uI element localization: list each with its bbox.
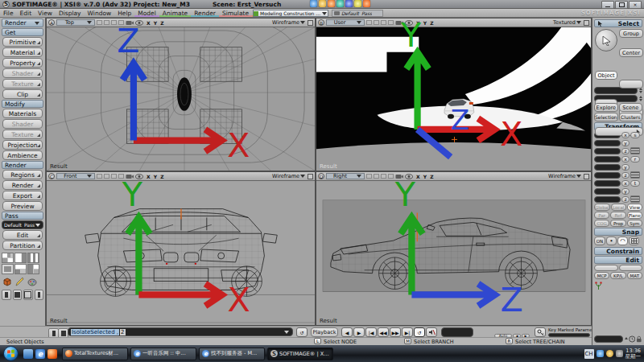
clusters-button[interactable]: Clusters bbox=[619, 113, 642, 121]
rotate-y-field[interactable] bbox=[594, 164, 621, 171]
translate-mode-button[interactable]: t bbox=[630, 180, 640, 187]
scale-z-field[interactable] bbox=[594, 148, 621, 154]
go-to-start-button[interactable]: |◀ bbox=[365, 327, 377, 337]
snap-curve-icon[interactable]: ◠ bbox=[617, 237, 628, 245]
menu-window[interactable]: Window bbox=[85, 10, 115, 17]
shortcut-icon[interactable] bbox=[354, 0, 361, 7]
rotate-z-field[interactable] bbox=[594, 172, 621, 179]
menu-view[interactable]: View bbox=[35, 10, 56, 17]
keyframe-button[interactable] bbox=[535, 327, 546, 337]
snap-point-icon[interactable]: • bbox=[606, 237, 617, 245]
tab-mcp[interactable]: MCP bbox=[594, 272, 609, 279]
show-desktop-icon[interactable] bbox=[23, 349, 33, 359]
view-button[interactable]: View bbox=[627, 204, 642, 211]
translate-y-field[interactable] bbox=[594, 188, 621, 195]
center-button[interactable]: Center bbox=[619, 48, 643, 57]
restore-button[interactable] bbox=[615, 1, 628, 9]
scale-mode-button[interactable]: s bbox=[630, 132, 640, 138]
start-button[interactable] bbox=[3, 346, 19, 361]
viewport-b-canvas[interactable]: Y X Z Result bbox=[316, 27, 591, 171]
get-material-button[interactable]: Material bbox=[2, 47, 43, 57]
bar-icon[interactable] bbox=[35, 290, 44, 300]
stamp-tool-icon[interactable] bbox=[27, 277, 38, 287]
tray-icon[interactable] bbox=[606, 350, 613, 357]
isolate-selected-field[interactable]: IsolateSelected , 2 bbox=[68, 327, 293, 336]
list-icon[interactable] bbox=[630, 195, 640, 203]
shortcut-icon[interactable] bbox=[328, 0, 335, 7]
tab-kpl[interactable]: KP/L bbox=[610, 272, 625, 279]
prop-button[interactable]: Prop bbox=[610, 220, 625, 227]
explore-button[interactable]: Explore bbox=[594, 103, 618, 112]
tray-icon[interactable] bbox=[597, 350, 604, 357]
render-regions-button[interactable]: Regions bbox=[2, 170, 43, 179]
render-render-button[interactable]: Render bbox=[2, 180, 43, 190]
global-button[interactable]: Global bbox=[594, 204, 610, 211]
toolbar-mode-selector[interactable]: Render bbox=[2, 19, 43, 27]
menu-animate[interactable]: Animate bbox=[159, 10, 191, 17]
plant-icon[interactable] bbox=[594, 282, 603, 290]
list-icon[interactable] bbox=[630, 147, 640, 154]
par-button[interactable]: Par bbox=[594, 212, 609, 219]
get-primitive-button[interactable]: Primitive bbox=[2, 37, 43, 47]
taskbar-item-xsi[interactable]: S SOFTIMAGE® | XSI... bbox=[267, 348, 333, 360]
menu-display[interactable]: Display bbox=[56, 10, 85, 17]
get-property-button[interactable]: Property bbox=[2, 58, 43, 68]
bar-icon[interactable] bbox=[23, 290, 33, 300]
bar-icon[interactable] bbox=[13, 290, 23, 300]
axis-y-button[interactable]: y bbox=[621, 188, 630, 195]
pass-partition-button[interactable]: Partition bbox=[2, 241, 43, 250]
layout-split-icon[interactable] bbox=[14, 264, 27, 274]
shortcut-icon[interactable] bbox=[345, 0, 353, 7]
axis-z-button[interactable]: z bbox=[621, 148, 630, 154]
viewport-c[interactable]: C Front X Y Z Wireframe bbox=[46, 171, 316, 326]
viewport-c-canvas[interactable]: Y X Result bbox=[47, 181, 315, 325]
close-button[interactable]: × bbox=[629, 1, 642, 9]
object-button[interactable]: Object bbox=[595, 71, 617, 80]
frame-back-button[interactable]: ◀ bbox=[341, 327, 353, 337]
rotate-x-field[interactable] bbox=[594, 156, 621, 162]
axis-z-button[interactable]: z bbox=[621, 196, 630, 203]
ref-button[interactable]: Ref bbox=[610, 212, 625, 219]
shortcut-icon[interactable] bbox=[319, 0, 326, 7]
modify-projection-button[interactable]: Projection bbox=[2, 140, 43, 150]
viewport-d-canvas[interactable]: Y Z Result bbox=[316, 181, 591, 325]
spinner-arrows-icon[interactable] bbox=[639, 96, 642, 101]
layout-quad-icon[interactable] bbox=[2, 253, 14, 263]
scene-button[interactable]: Scene bbox=[619, 103, 643, 112]
menu-simulate[interactable]: Simulate bbox=[219, 10, 252, 17]
shortcut-icon[interactable] bbox=[310, 0, 317, 7]
edit-stub-button[interactable] bbox=[619, 265, 643, 271]
get-clip-button[interactable]: Clip bbox=[2, 89, 43, 99]
selection-button[interactable]: Selection bbox=[594, 113, 618, 121]
group-button[interactable]: Group bbox=[619, 29, 643, 38]
lock-icon[interactable] bbox=[636, 335, 642, 343]
snap-on-toggle[interactable]: ON bbox=[594, 237, 605, 245]
tab-mat[interactable]: MAT bbox=[627, 272, 642, 279]
language-indicator[interactable]: CH bbox=[584, 349, 594, 359]
prev-key-button[interactable]: ◀◀ bbox=[378, 327, 389, 337]
menu-model[interactable]: Model bbox=[134, 10, 159, 17]
next-key-button[interactable]: ▶▶ bbox=[390, 327, 401, 337]
menu-render[interactable]: Render bbox=[191, 10, 219, 17]
spinner-up-icon[interactable] bbox=[625, 337, 628, 340]
blank-filter-button[interactable] bbox=[619, 80, 643, 88]
menu-file[interactable]: File bbox=[0, 10, 17, 17]
cube-tool-icon[interactable] bbox=[2, 277, 13, 287]
viewport-a-canvas[interactable]: X Z Result bbox=[47, 27, 315, 171]
pencil-tool-icon[interactable] bbox=[14, 277, 25, 287]
go-to-end-button[interactable]: ▶| bbox=[402, 327, 413, 337]
viewport-b[interactable]: B User X Y Z Textured bbox=[316, 18, 592, 171]
mute-audio-button[interactable] bbox=[426, 327, 437, 337]
rotate-mode-button[interactable]: r bbox=[630, 156, 640, 162]
current-frame-field[interactable] bbox=[441, 327, 473, 337]
tray-icon[interactable] bbox=[616, 350, 623, 357]
minimize-button[interactable] bbox=[601, 1, 614, 9]
layout-columns-icon[interactable] bbox=[27, 264, 39, 274]
layout-grid-icon[interactable] bbox=[27, 253, 39, 263]
axis-y-button[interactable]: y bbox=[621, 140, 630, 146]
internet-explorer-icon[interactable]: e bbox=[35, 349, 45, 359]
select-tool-button[interactable] bbox=[595, 29, 617, 51]
axis-x-button[interactable]: x bbox=[621, 180, 630, 187]
modify-materials-button[interactable]: Materials bbox=[2, 109, 43, 118]
plane-button[interactable]: Plane bbox=[627, 212, 642, 219]
